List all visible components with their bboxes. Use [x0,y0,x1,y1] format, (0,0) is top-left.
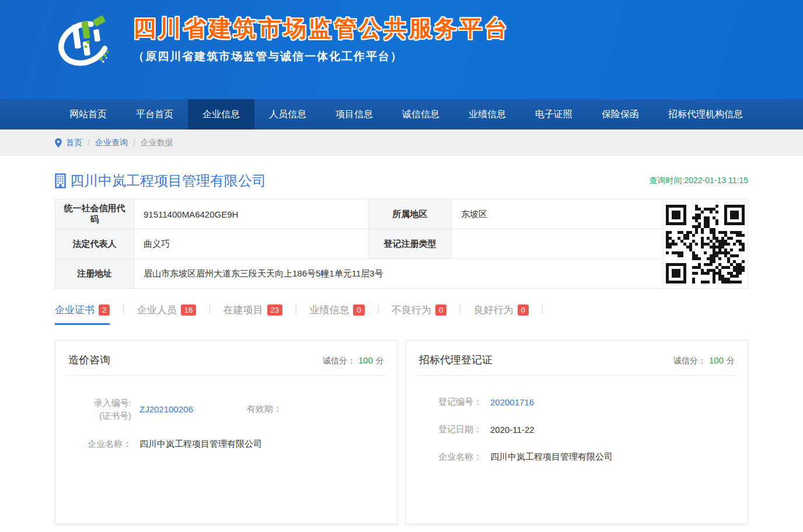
registration-number-label: 登记编号： [424,397,482,408]
credit-score: 诚信分：100分 [323,355,384,366]
qr-code [666,205,745,284]
company-name-row: 企业名称： 四川中岚工程项目管理有限公司 [73,439,379,450]
company-name-label: 企业名称： [73,439,131,450]
count-badge: 16 [181,304,196,316]
main-nav: 网站首页 平台首页 企业信息 人员信息 项目信息 诚信信息 业绩信息 电子证照 … [0,99,803,130]
cost-consulting-card: 造价咨询 诚信分：100分 录入编号: (证书号) ZJ202100206 有效… [55,340,397,524]
tab-projects-under-construction[interactable]: 在建项目 23 [224,303,282,325]
breadcrumb-separator: / [133,138,135,148]
nav-item-credit-info[interactable]: 诚信信息 [387,99,454,130]
registration-date-value: 2020-11-22 [490,425,535,435]
breadcrumb: 首页 / 企业查询 / 企业数据 [55,138,748,148]
detail-tabs: 企业证书 2 | 企业人员 16 | 在建项目 23 | 业绩信息 0 | 不良… [55,303,748,325]
certificate-number-row: 录入编号: (证书号) ZJ202100206 有效期： [73,397,379,422]
registration-date-row: 登记日期： 2020-11-22 [424,424,730,435]
registration-number-row: 登记编号： 202001716 [424,397,730,408]
tab-label: 业绩信息 [309,303,349,317]
nav-item-site-home[interactable]: 网站首页 [55,99,121,130]
count-badge: 23 [267,304,282,316]
registration-date-label: 登记日期： [424,424,482,435]
bidding-agency-certificate-card: 招标代理登记证 诚信分：100分 登记编号： 202001716 登记日期： 2… [406,340,748,524]
nav-item-project-info[interactable]: 项目信息 [321,99,387,130]
main-content: 四川中岚工程项目管理有限公司 查询时间:2022-01-13 11:15 统一社… [55,172,748,532]
count-badge: 0 [435,304,446,316]
site-subtitle: （原四川省建筑市场监管与诚信一体化工作平台） [133,49,509,64]
count-badge: 0 [518,304,529,316]
company-info-table: 统一社会信用代码 91511400MA6420GE9H 所属地区 东坡区 法定代… [55,199,663,289]
tab-performance-info[interactable]: 业绩信息 0 [309,303,364,325]
legal-rep-value: 曲义巧 [134,229,369,259]
company-name-value: 四川中岚工程项目管理有限公司 [139,439,262,450]
certificate-number-label: 录入编号: (证书号) [73,397,131,422]
location-pin-icon [55,138,62,148]
breadcrumb-current: 企业数据 [141,138,173,148]
nav-item-platform-home[interactable]: 平台首页 [121,99,188,130]
card-title: 招标代理登记证 [419,353,493,367]
site-header: 四川省建筑市场监管公共服务平台 （原四川省建筑市场监管与诚信一体化工作平台） [0,0,803,99]
registered-address-label: 注册地址 [55,259,134,289]
tab-good-behavior[interactable]: 良好行为 0 [474,303,529,325]
registration-type-label: 登记注册类型 [369,229,452,259]
table-row: 统一社会信用代码 91511400MA6420GE9H 所属地区 东坡区 [55,200,663,229]
tab-separator: | [541,303,543,315]
nav-item-personnel-info[interactable]: 人员信息 [254,99,321,130]
registration-type-value [452,229,663,259]
credit-score-label: 诚信分： [673,356,706,365]
company-name-label: 企业名称： [424,452,482,463]
tab-separator: | [377,303,379,315]
credit-score-unit: 分 [376,356,384,365]
table-row: 法定代表人 曲义巧 登记注册类型 [55,229,663,259]
platform-logo-icon [51,5,117,79]
credit-score-value: 100 [709,355,724,365]
credit-code-label: 统一社会信用代码 [55,200,134,229]
region-label: 所属地区 [369,200,452,229]
nav-item-performance-info[interactable]: 业绩信息 [454,99,521,130]
nav-item-enterprise-info[interactable]: 企业信息 [188,99,254,130]
tab-enterprise-personnel[interactable]: 企业人员 16 [137,303,196,325]
nav-item-e-certificate[interactable]: 电子证照 [521,99,587,130]
tab-separator: | [295,303,297,315]
tab-separator: | [208,303,211,315]
company-name-value: 四川中岚工程项目管理有限公司 [490,452,613,463]
tab-label: 不良行为 [392,303,431,317]
credit-score-unit: 分 [727,356,735,365]
region-value: 东坡区 [452,200,663,229]
nav-item-bidding-agency-info[interactable]: 招标代理机构信息 [654,99,757,130]
breadcrumb-bar: 首页 / 企业查询 / 企业数据 [0,130,803,156]
company-title: 四川中岚工程项目管理有限公司 [70,172,266,190]
company-info-section: 统一社会信用代码 91511400MA6420GE9H 所属地区 东坡区 法定代… [55,199,748,289]
tab-bad-behavior[interactable]: 不良行为 0 [392,303,446,325]
tab-separator: | [122,303,124,315]
tab-label: 企业证书 [55,303,95,317]
tab-enterprise-certificates[interactable]: 企业证书 2 [55,303,110,325]
query-time: 查询时间:2022-01-13 11:15 [650,176,748,186]
credit-score: 诚信分：100分 [673,355,735,366]
breadcrumb-enterprise-search[interactable]: 企业查询 [95,138,128,148]
company-name-row: 企业名称： 四川中岚工程项目管理有限公司 [424,452,730,463]
credit-score-label: 诚信分： [323,356,355,365]
certificate-number-link[interactable]: ZJ202100206 [139,404,193,414]
legal-rep-label: 法定代表人 [55,229,134,259]
tab-label: 在建项目 [224,303,263,317]
credit-score-value: 100 [358,355,373,365]
site-title: 四川省建筑市场监管公共服务平台 [133,13,509,44]
nav-item-insurance-guarantee[interactable]: 保险保函 [587,99,654,130]
tab-label: 企业人员 [137,303,177,317]
count-badge: 2 [99,304,110,316]
registration-number-link[interactable]: 202001716 [490,397,534,407]
registered-address-value: 眉山市东坡区眉州大道东三段天天向上186号5幢1单元11层3号 [134,259,663,289]
count-badge: 0 [353,304,364,316]
qr-code-box [662,199,748,289]
building-icon [55,173,68,188]
card-title: 造价咨询 [68,353,110,367]
credit-code-value: 91511400MA6420GE9H [134,200,369,229]
breadcrumb-separator: / [88,138,90,148]
tab-label: 良好行为 [474,303,514,317]
table-row: 注册地址 眉山市东坡区眉州大道东三段天天向上186号5幢1单元11层3号 [55,259,663,289]
breadcrumb-home[interactable]: 首页 [66,138,82,148]
company-header: 四川中岚工程项目管理有限公司 查询时间:2022-01-13 11:15 [55,172,748,190]
tab-separator: | [459,303,461,315]
certificate-cards: 造价咨询 诚信分：100分 录入编号: (证书号) ZJ202100206 有效… [55,340,748,524]
validity-label: 有效期： [247,404,282,415]
